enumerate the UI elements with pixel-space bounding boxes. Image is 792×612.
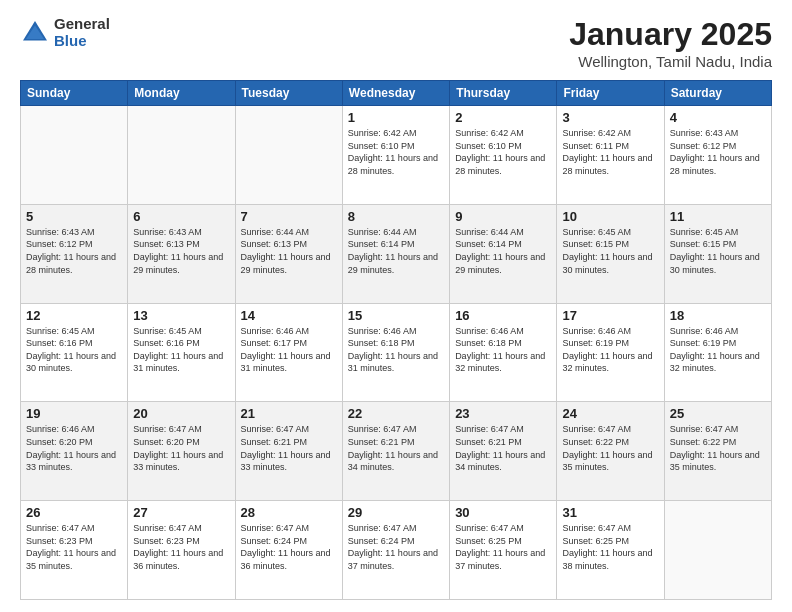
- header-cell-sunday: Sunday: [21, 81, 128, 106]
- day-number: 23: [455, 406, 551, 421]
- day-number: 21: [241, 406, 337, 421]
- header-row: SundayMondayTuesdayWednesdayThursdayFrid…: [21, 81, 772, 106]
- calendar-cell: 27Sunrise: 6:47 AM Sunset: 6:23 PM Dayli…: [128, 501, 235, 600]
- day-info: Sunrise: 6:47 AM Sunset: 6:24 PM Dayligh…: [241, 522, 337, 572]
- calendar-week-3: 12Sunrise: 6:45 AM Sunset: 6:16 PM Dayli…: [21, 303, 772, 402]
- day-number: 12: [26, 308, 122, 323]
- day-number: 6: [133, 209, 229, 224]
- day-number: 13: [133, 308, 229, 323]
- calendar-cell: 21Sunrise: 6:47 AM Sunset: 6:21 PM Dayli…: [235, 402, 342, 501]
- calendar-cell: [664, 501, 771, 600]
- calendar-cell: 8Sunrise: 6:44 AM Sunset: 6:14 PM Daylig…: [342, 204, 449, 303]
- day-number: 28: [241, 505, 337, 520]
- day-info: Sunrise: 6:47 AM Sunset: 6:24 PM Dayligh…: [348, 522, 444, 572]
- day-number: 25: [670, 406, 766, 421]
- day-info: Sunrise: 6:44 AM Sunset: 6:14 PM Dayligh…: [348, 226, 444, 276]
- day-info: Sunrise: 6:45 AM Sunset: 6:16 PM Dayligh…: [26, 325, 122, 375]
- day-number: 26: [26, 505, 122, 520]
- calendar-week-5: 26Sunrise: 6:47 AM Sunset: 6:23 PM Dayli…: [21, 501, 772, 600]
- day-info: Sunrise: 6:47 AM Sunset: 6:25 PM Dayligh…: [455, 522, 551, 572]
- calendar-week-4: 19Sunrise: 6:46 AM Sunset: 6:20 PM Dayli…: [21, 402, 772, 501]
- logo-text: General Blue: [54, 16, 110, 49]
- day-number: 3: [562, 110, 658, 125]
- day-number: 20: [133, 406, 229, 421]
- calendar-cell: 4Sunrise: 6:43 AM Sunset: 6:12 PM Daylig…: [664, 106, 771, 205]
- logo: General Blue: [20, 16, 110, 49]
- calendar-cell: 14Sunrise: 6:46 AM Sunset: 6:17 PM Dayli…: [235, 303, 342, 402]
- calendar-cell: 7Sunrise: 6:44 AM Sunset: 6:13 PM Daylig…: [235, 204, 342, 303]
- header-cell-wednesday: Wednesday: [342, 81, 449, 106]
- day-number: 19: [26, 406, 122, 421]
- day-number: 11: [670, 209, 766, 224]
- day-number: 15: [348, 308, 444, 323]
- day-number: 18: [670, 308, 766, 323]
- logo-icon: [20, 18, 50, 48]
- calendar-cell: 25Sunrise: 6:47 AM Sunset: 6:22 PM Dayli…: [664, 402, 771, 501]
- day-info: Sunrise: 6:42 AM Sunset: 6:11 PM Dayligh…: [562, 127, 658, 177]
- header: General Blue January 2025 Wellington, Ta…: [20, 16, 772, 70]
- day-number: 10: [562, 209, 658, 224]
- day-number: 31: [562, 505, 658, 520]
- header-cell-friday: Friday: [557, 81, 664, 106]
- day-number: 16: [455, 308, 551, 323]
- day-number: 29: [348, 505, 444, 520]
- calendar: SundayMondayTuesdayWednesdayThursdayFrid…: [20, 80, 772, 600]
- calendar-cell: 20Sunrise: 6:47 AM Sunset: 6:20 PM Dayli…: [128, 402, 235, 501]
- calendar-cell: 11Sunrise: 6:45 AM Sunset: 6:15 PM Dayli…: [664, 204, 771, 303]
- logo-general: General: [54, 16, 110, 33]
- day-info: Sunrise: 6:47 AM Sunset: 6:21 PM Dayligh…: [348, 423, 444, 473]
- day-info: Sunrise: 6:46 AM Sunset: 6:19 PM Dayligh…: [562, 325, 658, 375]
- calendar-cell: 1Sunrise: 6:42 AM Sunset: 6:10 PM Daylig…: [342, 106, 449, 205]
- day-info: Sunrise: 6:42 AM Sunset: 6:10 PM Dayligh…: [455, 127, 551, 177]
- calendar-week-2: 5Sunrise: 6:43 AM Sunset: 6:12 PM Daylig…: [21, 204, 772, 303]
- calendar-header: SundayMondayTuesdayWednesdayThursdayFrid…: [21, 81, 772, 106]
- day-info: Sunrise: 6:43 AM Sunset: 6:13 PM Dayligh…: [133, 226, 229, 276]
- day-number: 9: [455, 209, 551, 224]
- day-info: Sunrise: 6:45 AM Sunset: 6:15 PM Dayligh…: [562, 226, 658, 276]
- calendar-cell: 26Sunrise: 6:47 AM Sunset: 6:23 PM Dayli…: [21, 501, 128, 600]
- day-number: 1: [348, 110, 444, 125]
- day-info: Sunrise: 6:47 AM Sunset: 6:21 PM Dayligh…: [455, 423, 551, 473]
- logo-blue: Blue: [54, 33, 110, 50]
- title-location: Wellington, Tamil Nadu, India: [569, 53, 772, 70]
- day-number: 14: [241, 308, 337, 323]
- header-cell-tuesday: Tuesday: [235, 81, 342, 106]
- calendar-cell: 31Sunrise: 6:47 AM Sunset: 6:25 PM Dayli…: [557, 501, 664, 600]
- calendar-cell: [21, 106, 128, 205]
- day-info: Sunrise: 6:43 AM Sunset: 6:12 PM Dayligh…: [670, 127, 766, 177]
- title-month: January 2025: [569, 16, 772, 53]
- calendar-cell: 2Sunrise: 6:42 AM Sunset: 6:10 PM Daylig…: [450, 106, 557, 205]
- calendar-cell: 12Sunrise: 6:45 AM Sunset: 6:16 PM Dayli…: [21, 303, 128, 402]
- day-info: Sunrise: 6:47 AM Sunset: 6:25 PM Dayligh…: [562, 522, 658, 572]
- day-info: Sunrise: 6:47 AM Sunset: 6:20 PM Dayligh…: [133, 423, 229, 473]
- day-number: 27: [133, 505, 229, 520]
- calendar-cell: 15Sunrise: 6:46 AM Sunset: 6:18 PM Dayli…: [342, 303, 449, 402]
- calendar-cell: 30Sunrise: 6:47 AM Sunset: 6:25 PM Dayli…: [450, 501, 557, 600]
- day-info: Sunrise: 6:47 AM Sunset: 6:22 PM Dayligh…: [562, 423, 658, 473]
- day-info: Sunrise: 6:46 AM Sunset: 6:18 PM Dayligh…: [348, 325, 444, 375]
- calendar-cell: 5Sunrise: 6:43 AM Sunset: 6:12 PM Daylig…: [21, 204, 128, 303]
- header-cell-saturday: Saturday: [664, 81, 771, 106]
- day-info: Sunrise: 6:46 AM Sunset: 6:18 PM Dayligh…: [455, 325, 551, 375]
- day-number: 5: [26, 209, 122, 224]
- calendar-cell: 16Sunrise: 6:46 AM Sunset: 6:18 PM Dayli…: [450, 303, 557, 402]
- day-info: Sunrise: 6:47 AM Sunset: 6:23 PM Dayligh…: [133, 522, 229, 572]
- header-cell-thursday: Thursday: [450, 81, 557, 106]
- day-info: Sunrise: 6:45 AM Sunset: 6:16 PM Dayligh…: [133, 325, 229, 375]
- day-number: 7: [241, 209, 337, 224]
- calendar-cell: 9Sunrise: 6:44 AM Sunset: 6:14 PM Daylig…: [450, 204, 557, 303]
- day-info: Sunrise: 6:44 AM Sunset: 6:13 PM Dayligh…: [241, 226, 337, 276]
- day-number: 8: [348, 209, 444, 224]
- calendar-cell: 19Sunrise: 6:46 AM Sunset: 6:20 PM Dayli…: [21, 402, 128, 501]
- day-info: Sunrise: 6:47 AM Sunset: 6:21 PM Dayligh…: [241, 423, 337, 473]
- calendar-week-1: 1Sunrise: 6:42 AM Sunset: 6:10 PM Daylig…: [21, 106, 772, 205]
- day-info: Sunrise: 6:45 AM Sunset: 6:15 PM Dayligh…: [670, 226, 766, 276]
- calendar-cell: 10Sunrise: 6:45 AM Sunset: 6:15 PM Dayli…: [557, 204, 664, 303]
- day-number: 4: [670, 110, 766, 125]
- day-info: Sunrise: 6:47 AM Sunset: 6:22 PM Dayligh…: [670, 423, 766, 473]
- calendar-cell: [128, 106, 235, 205]
- page: General Blue January 2025 Wellington, Ta…: [0, 0, 792, 612]
- day-number: 22: [348, 406, 444, 421]
- calendar-cell: 24Sunrise: 6:47 AM Sunset: 6:22 PM Dayli…: [557, 402, 664, 501]
- calendar-cell: 17Sunrise: 6:46 AM Sunset: 6:19 PM Dayli…: [557, 303, 664, 402]
